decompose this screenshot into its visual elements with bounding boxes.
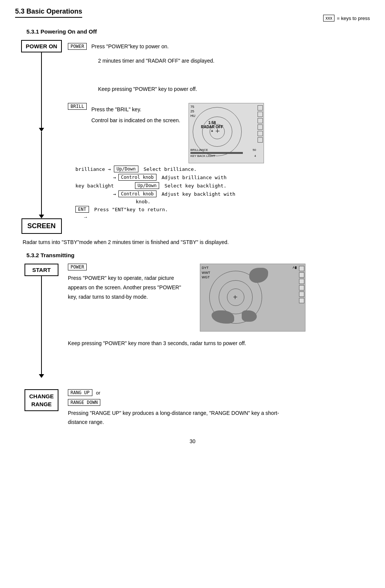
radar-plus: + bbox=[201, 129, 223, 133]
control-knob-key-2[interactable]: Control knob bbox=[118, 190, 156, 197]
section-531-title: 5.3.1 Powering On and Off bbox=[26, 28, 370, 35]
radar-off-text: RADAR OFF bbox=[201, 125, 223, 129]
mono-select-kb: Select key backlight. bbox=[164, 183, 226, 189]
mono-line-1: brilliance → Up/Down Select brilliance. bbox=[75, 166, 370, 172]
brill-key[interactable]: BRILL bbox=[68, 103, 87, 110]
start-radar-sidebar bbox=[298, 264, 305, 331]
radar-label2: WWT bbox=[202, 270, 210, 275]
keybacklight-label: KEY BACK LIGHT bbox=[190, 154, 215, 158]
radar-btn-2 bbox=[258, 112, 263, 117]
brilliance-mono: brilliance bbox=[75, 166, 105, 172]
brilliance-fill bbox=[190, 152, 243, 154]
page-header: 5.3 Basic Operations xxx = keys to press bbox=[15, 8, 370, 21]
start-btn-3 bbox=[299, 279, 304, 284]
page-title: 5.3 Basic Operations bbox=[15, 8, 82, 18]
brilliance-bar-area: BRILLIANCE 50 KEY BACK LIGHT 4 bbox=[190, 148, 256, 158]
text-press-bril: Press the "BRIL" key. bbox=[91, 105, 180, 114]
keybacklight-val: 4 bbox=[254, 154, 256, 158]
text-control-bar: Control bar is indicated on the screen. bbox=[91, 116, 180, 124]
change-range-line1: CHANGE bbox=[29, 393, 54, 399]
radar-nums: 75 25 HU bbox=[190, 105, 195, 118]
power-key-start[interactable]: POWER bbox=[68, 264, 87, 270]
land-shape-1 bbox=[249, 268, 268, 283]
start-top-indicator: A▮ bbox=[293, 266, 297, 269]
mono-adjust-bril: Adjust brilliance with bbox=[162, 175, 227, 180]
page-number: 30 bbox=[15, 438, 370, 444]
legend-text: = keys to press bbox=[337, 15, 370, 21]
radar-btn-1 bbox=[258, 105, 263, 111]
range-down-key[interactable]: RANGE DOWN bbox=[68, 399, 100, 406]
mono-adjust-kb: Adjust key backlight with bbox=[162, 191, 236, 197]
ent-key[interactable]: ENT bbox=[75, 206, 89, 213]
radar-start-labels: DYT WWT WGT bbox=[202, 266, 210, 280]
text-start-1: Press "POWER" key to operate, radar pict… bbox=[68, 273, 189, 302]
keybacklight-mono: key backlight bbox=[75, 183, 114, 189]
power-on-label: POWER ON bbox=[21, 40, 61, 52]
mono-line-2: → Control knob Adjust brilliance with bbox=[113, 174, 370, 181]
change-range-label: CHANGE RANGE bbox=[25, 389, 58, 411]
start-radar-inner bbox=[227, 289, 244, 306]
radar-screen-bril: 75 25 HU 1:58 RADAR OFF + bbox=[189, 103, 264, 163]
updown-key-1[interactable]: Up/Down bbox=[114, 166, 138, 172]
power-key[interactable]: POWER bbox=[68, 43, 87, 50]
start-cross-h bbox=[233, 297, 237, 297]
mono-line-3: key backlight Up/Down Select key backlig… bbox=[75, 182, 370, 189]
radar-off-display: 1:58 RADAR OFF + bbox=[201, 121, 223, 133]
start-cross-v bbox=[235, 295, 235, 299]
mono-lines-block: brilliance → Up/Down Select brilliance. … bbox=[75, 166, 370, 220]
mono-line-5: knob. bbox=[136, 199, 370, 204]
section-532-title: 5.3.2 Transmitting bbox=[26, 252, 370, 258]
radar-btn-4 bbox=[258, 124, 263, 130]
keybacklight-labels: KEY BACK LIGHT 4 bbox=[190, 154, 256, 158]
radar-label1: DYT bbox=[202, 266, 210, 270]
mono-line-4: → Control knob Adjust key backlight with bbox=[113, 190, 370, 197]
change-range-line2: RANGE bbox=[31, 401, 52, 407]
text-start-2: Keep pressing "POWER" key more than 3 se… bbox=[68, 339, 279, 348]
start-label: START bbox=[25, 264, 58, 276]
control-knob-key-1[interactable]: Control knob bbox=[118, 174, 156, 181]
or-text: or bbox=[96, 390, 101, 396]
rang-up-key[interactable]: RANG UP bbox=[68, 389, 92, 396]
screen-label: SCREEN bbox=[21, 218, 62, 234]
mono-knob: knob. bbox=[136, 199, 150, 204]
keys-legend: xxx = keys to press bbox=[323, 15, 370, 21]
radar-sidebar bbox=[257, 103, 264, 163]
radar-time: 1:58 bbox=[201, 121, 223, 125]
start-btn-5 bbox=[299, 292, 304, 297]
brilliance-val: 50 bbox=[253, 148, 256, 152]
start-btn-4 bbox=[299, 285, 304, 290]
land-shape-2 bbox=[212, 310, 234, 324]
start-btn-2 bbox=[299, 272, 304, 278]
updown-key-2[interactable]: Up/Down bbox=[135, 182, 160, 189]
radar-btn-6 bbox=[258, 137, 263, 143]
start-btn-6 bbox=[299, 298, 304, 303]
text-power-on: Press "POWER"key to power on. bbox=[91, 42, 169, 51]
radar-screen-start: DYT WWT WGT bbox=[200, 264, 305, 332]
mono-line-6: ENT Press "ENT"key to return. bbox=[75, 206, 370, 213]
land-shape-3 bbox=[242, 310, 257, 322]
legend-key-box: xxx bbox=[323, 15, 334, 21]
start-btn-1 bbox=[299, 266, 304, 271]
mono-select-brilliance: Select brilliance. bbox=[144, 166, 197, 172]
change-range-text: Pressing "RANGE UP" key produces a long-… bbox=[68, 409, 279, 427]
brilliance-labels: BRILLIANCE 50 bbox=[190, 148, 256, 152]
radar-label3: WGT bbox=[202, 275, 210, 280]
brilliance-label: BRILLIANCE bbox=[190, 148, 208, 152]
radar-btn-3 bbox=[258, 118, 263, 123]
radar-btn-5 bbox=[258, 131, 263, 136]
mono-ent: Press "ENT"key to return. bbox=[94, 207, 168, 212]
text-keep-power: Keep pressing "POWER" key to power off. bbox=[98, 85, 370, 93]
standby-text: Radar turns into "STBY"mode when 2 minut… bbox=[23, 239, 362, 245]
text-radar-off: 2 minutes timer and "RADAR OFF" are disp… bbox=[98, 57, 370, 65]
